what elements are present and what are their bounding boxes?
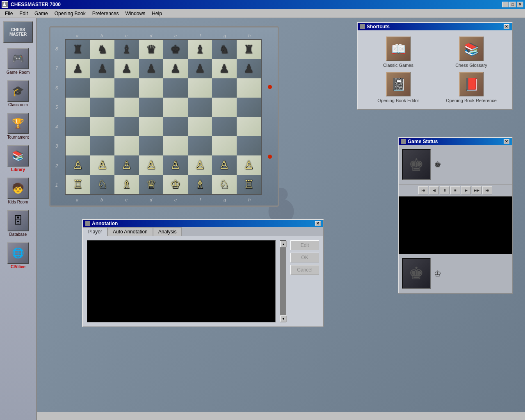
maximize-button[interactable]: □ <box>509 2 516 7</box>
cell-a2[interactable]: ♙ <box>66 155 90 175</box>
media-pause[interactable]: ⏸ <box>440 186 450 194</box>
cell-e6[interactable] <box>163 78 188 98</box>
sidebar-item-tournament[interactable]: 🏆 Tournament <box>3 111 33 142</box>
cell-h7[interactable]: ♟ <box>237 59 261 78</box>
cell-c8[interactable]: ♝ <box>114 40 139 59</box>
cell-h2[interactable]: ♙ <box>237 155 261 175</box>
cell-g3[interactable] <box>212 136 237 155</box>
media-fast-forward[interactable]: ▶▶ <box>472 186 482 194</box>
cell-d3[interactable] <box>139 136 164 155</box>
cell-e2[interactable]: ♙ <box>163 155 188 175</box>
tab-auto-annotation[interactable]: Auto Annotation <box>107 227 153 236</box>
cell-d8[interactable]: ♛ <box>139 40 164 59</box>
cell-a1[interactable]: ♖ <box>66 175 90 194</box>
cell-c4[interactable] <box>114 117 139 136</box>
cell-f5[interactable] <box>188 98 212 117</box>
cell-g4[interactable] <box>212 117 237 136</box>
shortcut-chess-glossary[interactable]: 📚 Chess Glossary <box>437 37 506 68</box>
cell-c7[interactable]: ♟ <box>114 59 139 78</box>
annotation-close-button[interactable]: ✕ <box>315 221 321 226</box>
game-status-close-button[interactable]: ✕ <box>504 139 509 144</box>
cell-f7[interactable]: ♟ <box>188 59 212 78</box>
cancel-button[interactable]: Cancel <box>290 265 319 275</box>
scroll-down-arrow[interactable]: ▼ <box>280 315 287 322</box>
cell-b7[interactable]: ♟ <box>90 59 115 78</box>
media-stop[interactable]: ■ <box>450 186 460 194</box>
sidebar-item-game-room[interactable]: 🎮 Game Room <box>3 46 33 77</box>
cell-f1[interactable]: ♗ <box>188 175 212 194</box>
cell-b1[interactable]: ♘ <box>90 175 115 194</box>
shortcut-classic-games[interactable]: 📖 Classic Games <box>364 37 433 68</box>
menu-opening-book[interactable]: Opening Book <box>51 10 89 17</box>
cell-a6[interactable] <box>66 78 90 98</box>
close-button[interactable]: ✕ <box>517 2 523 7</box>
cell-b2[interactable]: ♙ <box>90 155 115 175</box>
cell-d2[interactable]: ♙ <box>139 155 164 175</box>
menu-edit[interactable]: Edit <box>16 10 31 17</box>
cell-e7[interactable]: ♟ <box>163 59 188 78</box>
cell-h4[interactable] <box>237 117 261 136</box>
ok-button[interactable]: OK <box>290 253 319 262</box>
cell-f4[interactable] <box>188 117 212 136</box>
cell-e5[interactable] <box>163 98 188 117</box>
game-status-title-bar[interactable]: Game Status ✕ <box>399 138 512 145</box>
cell-h1[interactable]: ♖ <box>237 175 261 194</box>
sidebar-item-database[interactable]: 🗄 Database <box>3 208 33 239</box>
cell-c2[interactable]: ♙ <box>114 155 139 175</box>
tab-player[interactable]: Player <box>83 227 107 236</box>
cell-g7[interactable]: ♟ <box>212 59 237 78</box>
cell-d6[interactable] <box>139 78 164 98</box>
cell-a8[interactable]: ♜ <box>66 40 90 59</box>
cell-e8[interactable]: ♚ <box>163 40 188 59</box>
cell-c6[interactable] <box>114 78 139 98</box>
cell-b6[interactable] <box>90 78 115 98</box>
cell-c5[interactable] <box>114 98 139 117</box>
cell-g6[interactable] <box>212 78 237 98</box>
cell-d7[interactable]: ♟ <box>139 59 164 78</box>
cell-f2[interactable]: ♙ <box>188 155 212 175</box>
cell-g1[interactable]: ♘ <box>212 175 237 194</box>
sidebar-item-civilive[interactable]: 🌐 CIVilive <box>3 240 33 271</box>
media-skip-end[interactable]: ⏭ <box>482 186 492 194</box>
shortcut-opening-book-editor[interactable]: 📓 Opening Book Editor <box>364 72 433 103</box>
cell-b3[interactable] <box>90 136 115 155</box>
menu-game[interactable]: Game <box>31 10 51 17</box>
menu-preferences[interactable]: Preferences <box>89 10 122 17</box>
cell-f8[interactable]: ♝ <box>188 40 212 59</box>
cell-b4[interactable] <box>90 117 115 136</box>
shortcut-opening-book-reference[interactable]: 📕 Opening Book Reference <box>437 72 506 103</box>
cell-g2[interactable]: ♙ <box>212 155 237 175</box>
cell-g8[interactable]: ♞ <box>212 40 237 59</box>
media-skip-start[interactable]: ⏮ <box>418 186 428 194</box>
sidebar-item-classroom[interactable]: 🎓 Classroom <box>3 78 33 109</box>
cell-c1[interactable]: ♗ <box>114 175 139 194</box>
cell-a5[interactable] <box>66 98 90 117</box>
tab-analysis[interactable]: Analysis <box>153 227 182 236</box>
cell-f3[interactable] <box>188 136 212 155</box>
edit-button[interactable]: Edit <box>290 240 319 250</box>
cell-b5[interactable] <box>90 98 115 117</box>
cell-b8[interactable]: ♞ <box>90 40 115 59</box>
menu-file[interactable]: File <box>2 10 16 17</box>
sidebar-item-kids-room[interactable]: 🧒 Kids Room <box>3 176 33 206</box>
annotation-text-area[interactable] <box>87 240 276 322</box>
cell-d4[interactable] <box>139 117 164 136</box>
shortcuts-close-button[interactable]: ✕ <box>504 24 509 29</box>
media-prev[interactable]: ◀ <box>429 186 439 194</box>
cell-h6[interactable] <box>237 78 261 98</box>
shortcuts-title-bar[interactable]: Shortcuts ✕ <box>358 23 512 30</box>
cell-g5[interactable] <box>212 98 237 117</box>
cell-f6[interactable] <box>188 78 212 98</box>
annotation-scrollbar[interactable]: ▲ ▼ <box>280 240 286 322</box>
sidebar-item-library[interactable]: 📚 Library <box>3 143 33 174</box>
cell-c3[interactable] <box>114 136 139 155</box>
cell-h5[interactable] <box>237 98 261 117</box>
cell-h8[interactable]: ♜ <box>237 40 261 59</box>
cell-d1[interactable]: ♕ <box>139 175 164 194</box>
cell-a3[interactable] <box>66 136 90 155</box>
cell-h3[interactable] <box>237 136 261 155</box>
cell-d5[interactable] <box>139 98 164 117</box>
menu-help[interactable]: Help <box>148 10 165 17</box>
minimize-button[interactable]: _ <box>502 2 509 7</box>
cell-e3[interactable] <box>163 136 188 155</box>
